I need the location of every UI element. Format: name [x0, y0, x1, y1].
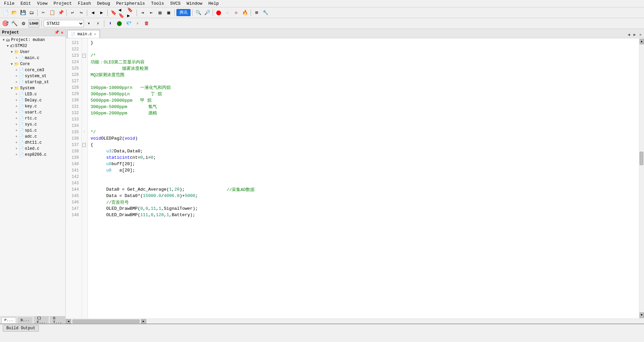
expander-spi[interactable]: +: [14, 129, 19, 133]
panel-pin-icon[interactable]: 📌: [54, 30, 59, 35]
menu-view[interactable]: View: [34, 0, 50, 7]
green-btn[interactable]: ⬤: [115, 19, 123, 28]
tree-oled-c[interactable]: + 📄 oled.c: [0, 146, 65, 152]
menu-tools[interactable]: Tools: [148, 0, 167, 7]
menu-help[interactable]: Help: [206, 0, 221, 7]
expander-root[interactable]: ▼: [1, 38, 6, 42]
tree-project-root[interactable]: ▼ 🗂 Project: muban: [0, 37, 65, 43]
tab-project[interactable]: P...: [1, 317, 16, 323]
menu-debug[interactable]: Debug: [94, 0, 113, 7]
fold-btn-137[interactable]: -: [83, 143, 86, 147]
program-btn[interactable]: 💎: [124, 19, 132, 28]
tree-user[interactable]: ▼ 📁 User: [0, 49, 65, 55]
stop-btn[interactable]: ⬤: [215, 9, 223, 17]
new-file-btn[interactable]: 📄: [1, 9, 9, 17]
target-options-btn[interactable]: ⚡: [94, 19, 102, 28]
scroll-up-btn[interactable]: ▲: [640, 39, 644, 44]
tree-adc-c[interactable]: + 📄 adc.c: [0, 134, 65, 140]
expander-delay[interactable]: +: [14, 99, 19, 102]
grid-btn[interactable]: ⊞: [253, 9, 261, 17]
redo-btn[interactable]: ↪: [77, 9, 85, 17]
expander-system[interactable]: ▼: [9, 87, 14, 90]
tree-sys-c[interactable]: + 📄 sys.c: [0, 121, 65, 128]
rebuild-btn[interactable]: ⚙: [19, 19, 28, 28]
expander-esp8266[interactable]: +: [14, 153, 19, 157]
target-dropdown-arrow[interactable]: ▾: [85, 19, 93, 28]
expander-oled[interactable]: +: [14, 147, 19, 151]
load-icon[interactable]: LOAD: [29, 19, 39, 28]
tab-functions[interactable]: {} F...: [34, 316, 49, 324]
tree-system-st[interactable]: + 📄 system_st: [0, 73, 65, 79]
tree-core[interactable]: ▼ 📁 Core: [0, 61, 65, 67]
tree-usart-c[interactable]: + 📄 usart.c: [0, 109, 65, 115]
find2-btn[interactable]: 🔎: [203, 9, 211, 17]
save-all-btn[interactable]: 🗂: [28, 9, 36, 17]
tree-system[interactable]: ▼ 📁 System: [0, 85, 65, 91]
tree-delay-c[interactable]: + 📄 Delay.c: [0, 97, 65, 103]
format2-btn[interactable]: ▦: [165, 9, 173, 17]
expander-stm32[interactable]: ▼: [5, 44, 10, 48]
expander-usart[interactable]: +: [14, 111, 19, 114]
tab-close-btn[interactable]: ✕: [94, 32, 96, 36]
hscroll-right-btn[interactable]: ▶: [141, 319, 146, 324]
erase-btn[interactable]: 🗑: [143, 19, 151, 28]
download-btn[interactable]: ⬇: [106, 19, 114, 28]
menu-project[interactable]: Project: [51, 0, 75, 7]
menu-edit[interactable]: Edit: [18, 0, 34, 7]
expander-startup-st[interactable]: +: [14, 81, 19, 84]
fire-btn[interactable]: 🔥: [241, 9, 249, 17]
settings-btn[interactable]: 🔧: [261, 9, 269, 17]
nav-fwd-btn[interactable]: ▶: [98, 9, 106, 17]
build-btn[interactable]: 🔨: [10, 19, 18, 28]
tree-esp8266-c[interactable]: + 📄 esp8266.c: [0, 152, 65, 158]
expander-led[interactable]: +: [14, 93, 19, 96]
unindent-btn[interactable]: ⇤: [147, 9, 155, 17]
expander-dht11[interactable]: +: [14, 141, 19, 145]
tree-rtc-c[interactable]: + 📄 rtc.c: [0, 115, 65, 121]
bookmark-next-btn[interactable]: 🔖▶: [127, 9, 135, 17]
build-target-btn[interactable]: 🎯: [1, 19, 9, 28]
editor-tab-main-c[interactable]: 📄 main.c ✕: [67, 30, 100, 38]
menu-peripherals[interactable]: Peripherals: [113, 0, 148, 7]
scroll-thumb[interactable]: [640, 152, 643, 165]
format1-btn[interactable]: ▤: [156, 9, 164, 17]
tree-key-c[interactable]: + 📄 key.c: [0, 103, 65, 109]
circle-btn[interactable]: ○: [223, 9, 231, 17]
tab-scroll-left-btn[interactable]: ◀: [627, 32, 631, 37]
hscroll-thumb[interactable]: [72, 320, 140, 323]
tab-templates[interactable]: Ω T...: [50, 316, 65, 324]
fold-123[interactable]: -: [83, 52, 87, 59]
scroll-down-btn[interactable]: ▼: [640, 312, 644, 318]
indent-btn[interactable]: ⇥: [139, 9, 147, 17]
tree-main-c[interactable]: + 📄 main.c: [0, 55, 65, 61]
hscroll-left-btn[interactable]: ◀: [66, 319, 71, 324]
flash-btn[interactable]: ⚡: [133, 19, 142, 28]
menu-flash[interactable]: Flash: [75, 0, 94, 7]
target-dropdown[interactable]: STM32: [44, 20, 84, 27]
bookmark-prev-btn[interactable]: ◀🔖: [118, 9, 126, 17]
tencent-btn[interactable]: 腾讯: [176, 9, 191, 16]
expander-core[interactable]: ▼: [9, 62, 14, 66]
editor-vertical-scrollbar[interactable]: ▲ ▼: [639, 38, 644, 319]
copy-btn[interactable]: 📋: [48, 9, 56, 17]
code-content[interactable]: } /* 功能：OLED第二页显示内容 烟雾浓度检测: [88, 38, 639, 319]
expander-system-st[interactable]: +: [14, 75, 19, 78]
editor-horizontal-scrollbar[interactable]: ◀ ▶: [66, 319, 644, 324]
expander-main-c[interactable]: +: [14, 56, 19, 60]
tree-startup-st[interactable]: + 📄 startup_st: [0, 79, 65, 85]
scroll-track[interactable]: [639, 44, 644, 312]
tree-core-cm3[interactable]: + 📄 core_cm3: [0, 67, 65, 73]
nav-back-btn[interactable]: ◀: [89, 9, 97, 17]
open-file-btn[interactable]: 📂: [10, 9, 18, 17]
tab-close-all-btn[interactable]: ✕: [638, 32, 643, 37]
tree-spi-c[interactable]: + 📄 spi.c: [0, 128, 65, 134]
tree-led-c[interactable]: + 📄 LED.c: [0, 91, 65, 97]
expander-user[interactable]: ▼: [9, 50, 14, 54]
expander-sys[interactable]: +: [14, 123, 19, 127]
fold-btn-123[interactable]: -: [83, 54, 86, 58]
save-btn[interactable]: 💾: [19, 9, 27, 17]
expander-key[interactable]: +: [14, 105, 19, 108]
menu-file[interactable]: File: [1, 0, 17, 7]
menu-svcs[interactable]: SVCS: [167, 0, 183, 7]
build-output-tab[interactable]: Build Output: [3, 325, 39, 332]
